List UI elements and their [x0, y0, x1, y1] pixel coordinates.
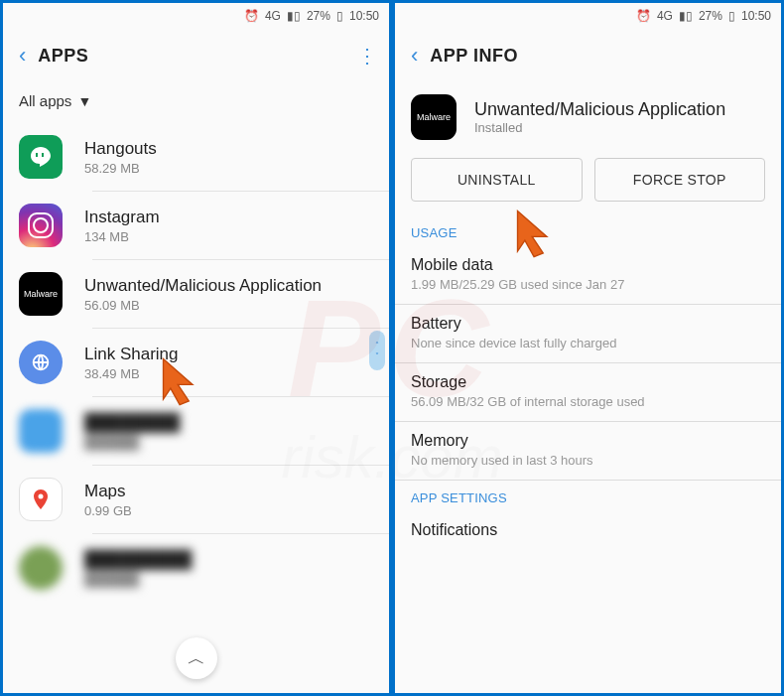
app-row-blurred[interactable]: ████████ ██████	[3, 397, 389, 465]
app-name: Unwanted/Malicious Application	[474, 99, 725, 120]
hangouts-icon	[19, 135, 63, 179]
app-row-blurred-2[interactable]: █████████ ██████	[3, 534, 389, 602]
header: ‹ APP INFO	[395, 29, 781, 82]
row-sub: 1.99 MB/25.29 GB used since Jan 27	[411, 277, 765, 292]
battery-row[interactable]: Battery None since device last fully cha…	[395, 305, 781, 363]
battery-icon: ▯	[728, 9, 735, 23]
linksharing-icon	[19, 341, 63, 384]
blurred-app-icon	[19, 546, 63, 590]
storage-row[interactable]: Storage 56.09 MB/32 GB of internal stora…	[395, 363, 781, 422]
app-list: Hangouts 58.29 MB Instagram 134 MB Malwa…	[3, 123, 389, 602]
app-size-blurred: ██████	[84, 435, 180, 450]
app-name: Instagram	[84, 208, 160, 227]
force-stop-button[interactable]: FORCE STOP	[594, 158, 766, 202]
instagram-icon	[19, 204, 63, 247]
clock: 10:50	[741, 9, 771, 23]
blurred-app-icon	[19, 409, 63, 453]
app-row-malware[interactable]: Malware Unwanted/Malicious Application 5…	[3, 260, 389, 328]
row-title: Mobile data	[411, 256, 765, 274]
chevron-down-icon: ˅	[375, 351, 379, 360]
app-size: 134 MB	[84, 229, 160, 244]
app-info-screen: ⏰ 4G ▮▯ 27% ▯ 10:50 ‹ APP INFO Malware U…	[392, 0, 784, 696]
mobile-data-row[interactable]: Mobile data 1.99 MB/25.29 GB used since …	[395, 246, 781, 305]
malware-icon: Malware	[19, 272, 63, 316]
app-name-blurred: ████████	[84, 413, 180, 433]
clock: 10:50	[349, 9, 379, 23]
app-name: Hangouts	[84, 139, 157, 159]
app-row-maps[interactable]: Maps 0.99 GB	[3, 466, 389, 533]
apps-list-screen: ⏰ 4G ▮▯ 27% ▯ 10:50 ‹ APPS ⋮ All apps ▼ …	[0, 0, 392, 696]
usage-section-label: USAGE	[395, 215, 781, 246]
row-sub: None since device last fully charged	[411, 336, 765, 350]
app-row-instagram[interactable]: Instagram 134 MB	[3, 192, 389, 259]
notifications-row[interactable]: Notifications	[395, 511, 781, 554]
app-size: 0.99 GB	[84, 503, 132, 518]
app-name: Link Sharing	[84, 345, 179, 364]
signal-icon: ▮▯	[287, 9, 301, 23]
battery-percent: 27%	[699, 9, 722, 23]
app-row-linksharing[interactable]: Link Sharing 38.49 MB	[3, 329, 389, 396]
screen-title: APP INFO	[430, 46, 518, 67]
overflow-menu-button[interactable]: ⋮	[357, 44, 377, 68]
row-sub: 56.09 MB/32 GB of internal storage used	[411, 394, 765, 409]
app-settings-section-label: APP SETTINGS	[395, 481, 781, 511]
scroll-to-top-button[interactable]: ︿	[176, 637, 217, 679]
battery-icon: ▯	[336, 9, 343, 23]
app-row-hangouts[interactable]: Hangouts 58.29 MB	[3, 123, 389, 191]
app-name: Maps	[84, 482, 132, 501]
app-size: 38.49 MB	[84, 366, 179, 381]
row-title: Storage	[411, 373, 765, 391]
row-title: Battery	[411, 315, 765, 333]
back-button[interactable]: ‹	[407, 39, 422, 72]
network-type: 4G	[657, 9, 673, 23]
svg-point-1	[39, 494, 44, 499]
chevron-up-icon: ˄	[375, 341, 379, 349]
status-bar: ⏰ 4G ▮▯ 27% ▯ 10:50	[395, 3, 781, 29]
row-title: Notifications	[411, 521, 765, 539]
app-status: Installed	[474, 120, 725, 135]
screen-title: APPS	[38, 46, 88, 67]
network-type: 4G	[265, 9, 281, 23]
signal-icon: ▮▯	[679, 9, 693, 23]
memory-row[interactable]: Memory No memory used in last 3 hours	[395, 422, 781, 481]
app-size: 56.09 MB	[84, 298, 322, 313]
app-name: Unwanted/Malicious Application	[84, 276, 322, 296]
header: ‹ APPS ⋮	[3, 29, 389, 82]
row-title: Memory	[411, 432, 765, 450]
chevron-down-icon: ▼	[77, 93, 91, 109]
filter-dropdown[interactable]: All apps ▼	[3, 82, 389, 123]
malware-icon: Malware	[411, 94, 457, 140]
alarm-icon: ⏰	[636, 9, 651, 23]
app-header: Malware Unwanted/Malicious Application I…	[395, 82, 781, 148]
uninstall-button[interactable]: UNINSTALL	[411, 158, 583, 202]
maps-icon	[19, 478, 63, 521]
alarm-icon: ⏰	[244, 9, 259, 23]
chevron-up-icon: ︿	[188, 646, 205, 670]
filter-label: All apps	[19, 92, 71, 109]
app-size-blurred: ██████	[84, 572, 192, 587]
action-buttons: UNINSTALL FORCE STOP	[395, 148, 781, 215]
status-bar: ⏰ 4G ▮▯ 27% ▯ 10:50	[3, 3, 389, 29]
back-button[interactable]: ‹	[15, 39, 30, 72]
scroll-handle[interactable]: ˄ ˅	[369, 331, 385, 370]
app-size: 58.29 MB	[84, 161, 157, 176]
battery-percent: 27%	[307, 9, 330, 23]
row-sub: No memory used in last 3 hours	[411, 453, 765, 468]
app-name-blurred: █████████	[84, 550, 192, 570]
